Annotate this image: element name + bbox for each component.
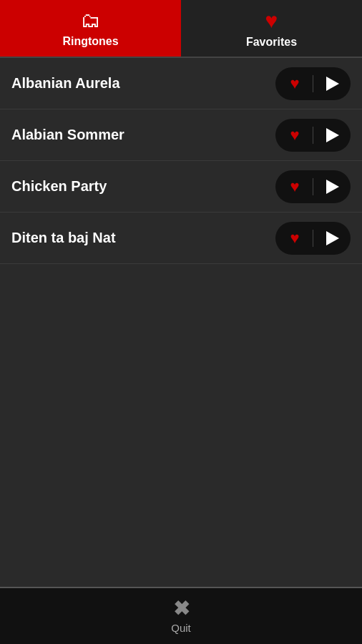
tab-favorites-label: Favorites xyxy=(246,36,297,49)
play-button[interactable] xyxy=(319,123,343,147)
empty-space xyxy=(0,264,362,587)
item-controls: ♥ xyxy=(275,222,351,255)
tab-favorites[interactable]: ♥ Favorites xyxy=(181,0,362,57)
ringtone-title: Chicken Party xyxy=(11,178,107,195)
play-button[interactable] xyxy=(319,226,343,250)
item-controls: ♥ xyxy=(275,67,351,100)
heart-icon: ♥ xyxy=(290,229,299,248)
control-divider xyxy=(313,230,313,247)
close-icon: ✖ xyxy=(173,599,190,619)
ringtone-title: Albanian Aurela xyxy=(11,75,120,92)
favorite-button[interactable]: ♥ xyxy=(283,175,307,199)
item-controls: ♥ xyxy=(275,119,351,152)
heart-tab-icon: ♥ xyxy=(265,9,278,33)
quit-label: Quit xyxy=(171,622,191,634)
favorite-button[interactable]: ♥ xyxy=(283,72,307,96)
heart-icon: ♥ xyxy=(290,74,299,93)
list-item: Alabian Sommer ♥ xyxy=(0,109,362,161)
tab-ringtones[interactable]: 🗂 Ringtones xyxy=(0,0,181,57)
play-icon xyxy=(326,231,339,245)
list-item: Chicken Party ♥ xyxy=(0,161,362,213)
play-icon xyxy=(326,128,339,142)
ringtone-title: Alabian Sommer xyxy=(11,127,124,143)
quit-footer[interactable]: ✖ Quit xyxy=(0,587,362,644)
play-button[interactable] xyxy=(319,175,343,199)
control-divider xyxy=(313,75,313,92)
ringtone-list: Albanian Aurela ♥ Alabian Sommer ♥ Chick… xyxy=(0,58,362,587)
tab-ringtones-label: Ringtones xyxy=(62,35,118,48)
heart-icon: ♥ xyxy=(290,177,299,196)
control-divider xyxy=(313,127,313,144)
tab-bar: 🗂 Ringtones ♥ Favorites xyxy=(0,0,362,57)
play-icon xyxy=(326,77,339,91)
play-icon xyxy=(326,180,339,194)
control-divider xyxy=(313,178,313,195)
favorite-button[interactable]: ♥ xyxy=(283,226,307,250)
list-item: Diten ta baj Nat ♥ xyxy=(0,213,362,264)
item-controls: ♥ xyxy=(275,170,351,203)
heart-icon: ♥ xyxy=(290,126,299,145)
ringtone-title: Diten ta baj Nat xyxy=(11,230,116,246)
folder-music-icon: 🗂 xyxy=(81,9,101,32)
favorite-button[interactable]: ♥ xyxy=(283,123,307,147)
play-button[interactable] xyxy=(319,72,343,96)
list-item: Albanian Aurela ♥ xyxy=(0,58,362,109)
